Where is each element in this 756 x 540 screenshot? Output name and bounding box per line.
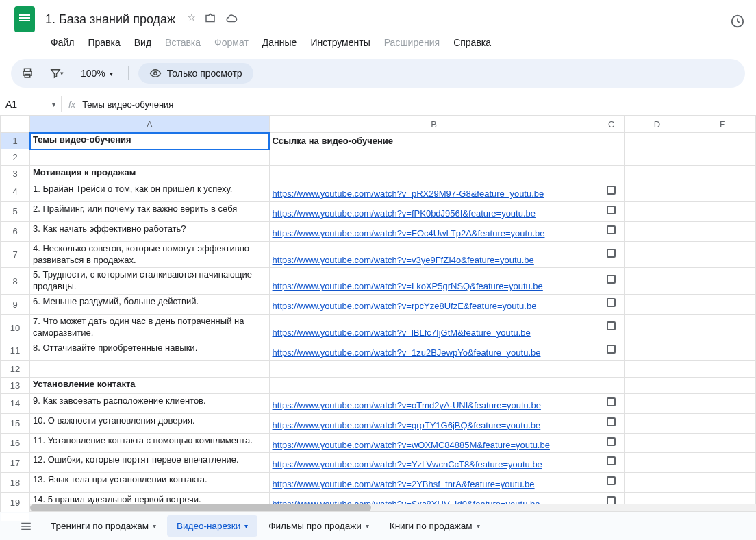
video-link[interactable]: https://www.youtube.com/watch?v=oTmd2yA-… [273, 400, 541, 410]
cell[interactable] [624, 433, 690, 453]
row-header[interactable]: 16 [1, 433, 30, 453]
cell[interactable]: 11. Установление контакта с помощью комп… [30, 433, 270, 453]
checkbox[interactable] [607, 437, 616, 446]
checkbox[interactable] [607, 275, 616, 284]
cell[interactable] [624, 341, 690, 360]
video-link[interactable]: https://www.youtube.com/watch?v=LkoXP5gr… [273, 281, 543, 291]
sheet-tab[interactable]: Фильмы про продажи▾ [259, 515, 379, 521]
document-title[interactable]: 1. База знаний продаж [45, 12, 175, 27]
cell[interactable]: 1. Брайан Трейси о том, как он пришёл к … [30, 182, 270, 202]
select-all-corner[interactable] [1, 116, 30, 133]
cell[interactable] [690, 221, 755, 241]
cell[interactable]: https://www.youtube.com/watch?v=qrpTY1G6… [269, 413, 598, 433]
row-header[interactable]: 2 [1, 149, 30, 166]
cell[interactable]: https://www.youtube.com/watch?v=oTmd2yA-… [269, 393, 598, 413]
cell[interactable] [624, 413, 690, 433]
cell[interactable]: Ссылка на видео-обучение [269, 133, 598, 149]
row-header[interactable]: 7 [1, 241, 30, 268]
spreadsheet-grid[interactable]: ABCDE 1Темы видео-обученияСсылка на виде… [0, 116, 756, 521]
cell[interactable]: 4. Несколько советов, которые помогут эф… [30, 241, 270, 268]
row-header[interactable]: 18 [1, 473, 30, 493]
cell[interactable] [624, 295, 690, 315]
cell[interactable] [598, 393, 624, 413]
cell[interactable] [269, 166, 598, 182]
cell[interactable] [598, 133, 624, 149]
cell[interactable] [598, 268, 624, 295]
menu-вид[interactable]: Вид [129, 34, 157, 51]
cell[interactable]: https://www.youtube.com/watch?v=2YBhsf_t… [269, 473, 598, 493]
column-header-D[interactable]: D [624, 116, 690, 133]
sheet-tab[interactable]: Книги по продажам▾ [380, 515, 490, 521]
cell[interactable] [690, 241, 755, 268]
checkbox[interactable] [607, 298, 616, 307]
cell[interactable] [30, 149, 270, 166]
cell[interactable] [690, 166, 755, 182]
cell[interactable]: 12. Ошибки, которые портят первое впечат… [30, 453, 270, 473]
cell[interactable] [690, 182, 755, 202]
cell[interactable] [598, 182, 624, 202]
cell[interactable]: https://www.youtube.com/watch?v=pRX29M97… [269, 182, 598, 202]
cell[interactable]: 3. Как начать эффективно работать? [30, 221, 270, 241]
cell[interactable] [624, 166, 690, 182]
cell[interactable] [690, 413, 755, 433]
cell[interactable]: https://www.youtube.com/watch?v=1zu2BJew… [269, 341, 598, 360]
cell[interactable] [269, 149, 598, 166]
row-header[interactable]: 13 [1, 377, 30, 393]
name-box[interactable]: A1▾ [0, 96, 62, 112]
cell[interactable] [598, 433, 624, 453]
cell[interactable]: Установление контакта [30, 377, 270, 393]
cell[interactable] [598, 201, 624, 221]
row-header[interactable]: 5 [1, 201, 30, 221]
cell[interactable] [690, 295, 755, 315]
cell[interactable]: Мотивация к продажам [30, 166, 270, 182]
cell[interactable] [690, 433, 755, 453]
cell[interactable] [624, 241, 690, 268]
row-header[interactable]: 3 [1, 166, 30, 182]
filter-button[interactable]: ▾ [47, 64, 66, 83]
cloud-icon[interactable] [225, 12, 238, 27]
cell[interactable]: https://www.youtube.com/watch?v=wOXMC848… [269, 433, 598, 453]
cell[interactable] [690, 201, 755, 221]
cell[interactable] [690, 315, 755, 341]
cell[interactable] [598, 295, 624, 315]
menu-правка[interactable]: Правка [82, 34, 125, 51]
cell[interactable] [690, 360, 755, 377]
checkbox[interactable] [607, 345, 616, 354]
video-link[interactable]: https://www.youtube.com/watch?v=lBLfc7Ij… [273, 328, 531, 338]
cell[interactable] [598, 473, 624, 493]
cell[interactable] [598, 377, 624, 393]
cell[interactable]: 8. Оттачивайте приобретенные навыки. [30, 341, 270, 360]
column-header-A[interactable]: A [30, 116, 270, 133]
cell[interactable]: 10. О важности установления доверия. [30, 413, 270, 433]
cell[interactable] [598, 360, 624, 377]
zoom-dropdown[interactable]: 100%▾ [75, 65, 118, 82]
star-icon[interactable]: ☆ [188, 12, 196, 27]
checkbox[interactable] [607, 249, 616, 258]
cell[interactable] [598, 315, 624, 341]
menu-справка[interactable]: Справка [448, 34, 496, 51]
cell[interactable]: 13. Язык тела при установлении контакта. [30, 473, 270, 493]
cell[interactable] [690, 393, 755, 413]
row-header[interactable]: 17 [1, 453, 30, 473]
move-icon[interactable] [204, 12, 216, 27]
checkbox[interactable] [607, 321, 616, 330]
cell[interactable] [598, 221, 624, 241]
cell[interactable]: https://www.youtube.com/watch?v=fPK0bdJ9… [269, 201, 598, 221]
cell[interactable]: 9. Как завоевать расположение клиентов. [30, 393, 270, 413]
cell[interactable]: https://www.youtube.com/watch?v=lBLfc7Ij… [269, 315, 598, 341]
video-link[interactable]: https://www.youtube.com/watch?v=FOc4UwLT… [273, 228, 545, 238]
column-header-B[interactable]: B [269, 116, 598, 133]
cell[interactable]: Темы видео-обучения [30, 133, 270, 149]
horizontal-scrollbar[interactable] [30, 504, 756, 511]
cell[interactable] [690, 473, 755, 493]
cell[interactable] [624, 473, 690, 493]
row-header[interactable]: 11 [1, 341, 30, 360]
cell[interactable] [690, 453, 755, 473]
cell[interactable] [30, 360, 270, 377]
cell[interactable]: 7. Что может дать один час в день потрач… [30, 315, 270, 341]
formula-bar[interactable]: Темы видео-обучения [82, 99, 173, 110]
cell[interactable] [690, 133, 755, 149]
cell[interactable] [624, 268, 690, 295]
checkbox[interactable] [607, 456, 616, 465]
cell[interactable] [690, 341, 755, 360]
